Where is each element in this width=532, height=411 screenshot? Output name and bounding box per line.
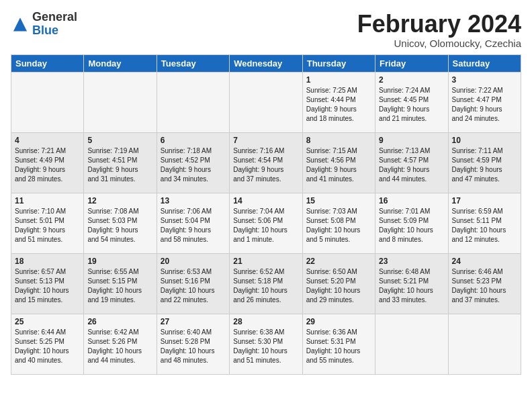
day-number: 18	[15, 257, 80, 266]
week-row-4: 25Sunrise: 6:44 AM Sunset: 5:25 PM Dayli…	[11, 314, 521, 374]
day-number: 26	[87, 317, 152, 326]
day-number: 1	[306, 75, 371, 85]
day-number: 8	[306, 136, 371, 145]
day-number: 3	[452, 75, 517, 85]
day-number: 23	[379, 257, 444, 266]
day-number: 9	[379, 136, 444, 145]
day-info: Sunrise: 7:24 AM Sunset: 4:45 PM Dayligh…	[379, 86, 444, 124]
day-info: Sunrise: 7:01 AM Sunset: 5:09 PM Dayligh…	[379, 207, 444, 244]
title-block: February 2024 Unicov, Olomoucky, Czechia	[357, 11, 521, 49]
header-day-sunday: Sunday	[11, 54, 84, 72]
day-cell: 13Sunrise: 7:06 AM Sunset: 5:04 PM Dayli…	[157, 193, 229, 253]
day-number: 15	[306, 196, 371, 205]
day-cell: 3Sunrise: 7:22 AM Sunset: 4:47 PM Daylig…	[448, 72, 521, 132]
page-header: General Blue February 2024 Unicov, Olomo…	[11, 11, 521, 49]
header-row: SundayMondayTuesdayWednesdayThursdayFrid…	[11, 54, 521, 72]
day-cell: 9Sunrise: 7:13 AM Sunset: 4:57 PM Daylig…	[375, 132, 448, 193]
day-cell: 7Sunrise: 7:16 AM Sunset: 4:54 PM Daylig…	[230, 132, 302, 193]
day-number: 21	[233, 257, 298, 266]
day-info: Sunrise: 7:10 AM Sunset: 5:01 PM Dayligh…	[15, 207, 80, 244]
day-cell: 8Sunrise: 7:15 AM Sunset: 4:56 PM Daylig…	[302, 132, 375, 193]
day-info: Sunrise: 7:22 AM Sunset: 4:47 PM Dayligh…	[452, 86, 517, 124]
day-cell: 15Sunrise: 7:03 AM Sunset: 5:08 PM Dayli…	[302, 193, 375, 253]
day-cell: 29Sunrise: 6:36 AM Sunset: 5:31 PM Dayli…	[302, 314, 375, 374]
header-day-tuesday: Tuesday	[157, 54, 229, 72]
header-day-thursday: Thursday	[302, 54, 375, 72]
logo-blue: Blue	[32, 24, 58, 37]
day-cell: 28Sunrise: 6:38 AM Sunset: 5:30 PM Dayli…	[230, 314, 302, 374]
day-number: 28	[233, 317, 298, 326]
day-info: Sunrise: 7:16 AM Sunset: 4:54 PM Dayligh…	[233, 146, 298, 184]
day-info: Sunrise: 7:06 AM Sunset: 5:04 PM Dayligh…	[161, 207, 226, 244]
day-cell: 19Sunrise: 6:55 AM Sunset: 5:15 PM Dayli…	[84, 253, 157, 314]
svg-marker-0	[13, 17, 28, 32]
day-cell: 14Sunrise: 7:04 AM Sunset: 5:06 PM Dayli…	[230, 193, 302, 253]
day-cell	[11, 72, 84, 132]
day-number: 13	[161, 196, 226, 205]
calendar-header: SundayMondayTuesdayWednesdayThursdayFrid…	[11, 54, 521, 72]
day-cell: 26Sunrise: 6:42 AM Sunset: 5:26 PM Dayli…	[84, 314, 157, 374]
day-cell	[84, 72, 157, 132]
day-cell: 18Sunrise: 6:57 AM Sunset: 5:13 PM Dayli…	[11, 253, 84, 314]
calendar-body: 1Sunrise: 7:25 AM Sunset: 4:44 PM Daylig…	[11, 72, 521, 374]
day-cell: 25Sunrise: 6:44 AM Sunset: 5:25 PM Dayli…	[11, 314, 84, 374]
day-cell: 4Sunrise: 7:21 AM Sunset: 4:49 PM Daylig…	[11, 132, 84, 193]
day-cell: 1Sunrise: 7:25 AM Sunset: 4:44 PM Daylig…	[302, 72, 375, 132]
day-number: 5	[87, 136, 152, 145]
day-info: Sunrise: 7:04 AM Sunset: 5:06 PM Dayligh…	[233, 207, 298, 244]
day-number: 6	[161, 136, 226, 145]
day-cell: 11Sunrise: 7:10 AM Sunset: 5:01 PM Dayli…	[11, 193, 84, 253]
day-cell	[448, 314, 521, 374]
day-info: Sunrise: 6:57 AM Sunset: 5:13 PM Dayligh…	[15, 267, 80, 305]
day-info: Sunrise: 6:36 AM Sunset: 5:31 PM Dayligh…	[306, 328, 371, 365]
day-number: 22	[306, 257, 371, 266]
week-row-0: 1Sunrise: 7:25 AM Sunset: 4:44 PM Daylig…	[11, 72, 521, 132]
day-cell: 17Sunrise: 6:59 AM Sunset: 5:11 PM Dayli…	[448, 193, 521, 253]
day-info: Sunrise: 6:38 AM Sunset: 5:30 PM Dayligh…	[233, 328, 298, 365]
day-info: Sunrise: 7:25 AM Sunset: 4:44 PM Dayligh…	[306, 86, 371, 124]
day-number: 20	[161, 257, 226, 266]
day-number: 25	[15, 317, 80, 326]
header-day-saturday: Saturday	[448, 54, 521, 72]
logo-general: General	[32, 10, 77, 24]
day-info: Sunrise: 6:44 AM Sunset: 5:25 PM Dayligh…	[15, 328, 80, 365]
calendar-table: SundayMondayTuesdayWednesdayThursdayFrid…	[11, 54, 521, 375]
day-cell: 6Sunrise: 7:18 AM Sunset: 4:52 PM Daylig…	[157, 132, 229, 193]
day-cell: 2Sunrise: 7:24 AM Sunset: 4:45 PM Daylig…	[375, 72, 448, 132]
day-info: Sunrise: 6:53 AM Sunset: 5:16 PM Dayligh…	[161, 267, 226, 305]
day-number: 17	[452, 196, 517, 205]
day-info: Sunrise: 6:50 AM Sunset: 5:20 PM Dayligh…	[306, 267, 371, 305]
day-info: Sunrise: 6:46 AM Sunset: 5:23 PM Dayligh…	[452, 267, 517, 305]
day-number: 14	[233, 196, 298, 205]
day-cell: 22Sunrise: 6:50 AM Sunset: 5:20 PM Dayli…	[302, 253, 375, 314]
day-info: Sunrise: 7:03 AM Sunset: 5:08 PM Dayligh…	[306, 207, 371, 244]
day-cell: 5Sunrise: 7:19 AM Sunset: 4:51 PM Daylig…	[84, 132, 157, 193]
day-number: 19	[87, 257, 152, 266]
day-info: Sunrise: 7:15 AM Sunset: 4:56 PM Dayligh…	[306, 146, 371, 184]
day-info: Sunrise: 7:21 AM Sunset: 4:49 PM Dayligh…	[15, 146, 80, 184]
header-day-wednesday: Wednesday	[230, 54, 302, 72]
day-number: 24	[452, 257, 517, 266]
day-number: 10	[452, 136, 517, 145]
day-info: Sunrise: 6:42 AM Sunset: 5:26 PM Dayligh…	[87, 328, 152, 365]
day-info: Sunrise: 6:55 AM Sunset: 5:15 PM Dayligh…	[87, 267, 152, 305]
month-title: February 2024	[357, 11, 521, 38]
day-cell: 12Sunrise: 7:08 AM Sunset: 5:03 PM Dayli…	[84, 193, 157, 253]
day-info: Sunrise: 7:08 AM Sunset: 5:03 PM Dayligh…	[87, 207, 152, 244]
day-cell	[375, 314, 448, 374]
day-info: Sunrise: 6:59 AM Sunset: 5:11 PM Dayligh…	[452, 207, 517, 244]
day-info: Sunrise: 7:13 AM Sunset: 4:57 PM Dayligh…	[379, 146, 444, 184]
day-info: Sunrise: 6:40 AM Sunset: 5:28 PM Dayligh…	[161, 328, 226, 365]
day-cell: 16Sunrise: 7:01 AM Sunset: 5:09 PM Dayli…	[375, 193, 448, 253]
day-number: 11	[15, 196, 80, 205]
week-row-3: 18Sunrise: 6:57 AM Sunset: 5:13 PM Dayli…	[11, 253, 521, 314]
header-day-friday: Friday	[375, 54, 448, 72]
day-cell	[157, 72, 229, 132]
day-cell	[230, 72, 302, 132]
day-number: 29	[306, 317, 371, 326]
day-cell: 20Sunrise: 6:53 AM Sunset: 5:16 PM Dayli…	[157, 253, 229, 314]
day-number: 7	[233, 136, 298, 145]
day-cell: 21Sunrise: 6:52 AM Sunset: 5:18 PM Dayli…	[230, 253, 302, 314]
header-day-monday: Monday	[84, 54, 157, 72]
day-number: 12	[87, 196, 152, 205]
